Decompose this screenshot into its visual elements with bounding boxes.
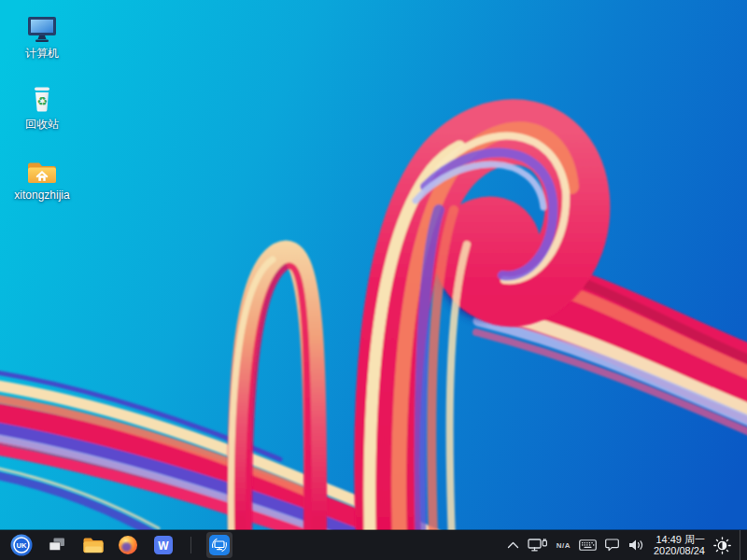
wps-button[interactable]: W — [151, 533, 176, 557]
show-desktop-strip[interactable] — [740, 530, 747, 560]
home-folder-icon — [25, 153, 59, 187]
file-manager-icon — [81, 534, 104, 556]
svg-text:W: W — [158, 539, 169, 553]
wallpaper-image — [0, 0, 747, 560]
launcher-button[interactable]: UK — [9, 533, 34, 557]
wps-writer-icon: W — [152, 534, 175, 556]
file-manager-button[interactable] — [80, 533, 105, 557]
keyboard-icon — [579, 539, 597, 551]
desktop-icon-recycle-bin[interactable]: ♻ 回收站 — [7, 82, 77, 141]
desktop-icon-grid: 计算机 ♻ 回收站 — [7, 11, 77, 212]
clock-time: 14:49 周一 — [655, 534, 705, 546]
svg-text:♻: ♻ — [36, 94, 48, 108]
taskbar-divider — [190, 537, 191, 553]
input-method-button[interactable] — [579, 539, 597, 551]
active-task-kylin-tool[interactable] — [206, 532, 233, 558]
svg-text:UK: UK — [17, 541, 27, 550]
brightness-sun-icon — [713, 537, 731, 554]
window-switcher-icon — [46, 534, 68, 556]
desktop-icon-label: xitongzhijia — [14, 189, 69, 202]
clock[interactable]: 14:49 周一 2020/08/24 — [654, 534, 705, 557]
firefox-button[interactable] — [116, 533, 140, 557]
desktop-icon-home-folder[interactable]: xitongzhijia — [7, 153, 77, 212]
tray-expand-button[interactable] — [507, 541, 519, 549]
window-switcher-button[interactable] — [45, 533, 69, 557]
taskbar-app-area: UK — [0, 532, 233, 558]
kylin-tool-icon — [209, 535, 230, 555]
message-bubble-icon — [605, 539, 620, 552]
recycle-bin-icon: ♻ — [27, 82, 57, 116]
network-tray-button[interactable] — [528, 538, 548, 553]
clock-date: 2020/08/24 — [654, 545, 705, 557]
night-mode-button[interactable] — [713, 537, 731, 554]
speaker-icon — [628, 539, 645, 552]
computer-icon — [25, 11, 59, 45]
battery-status-label: N/A — [557, 541, 571, 550]
battery-status-button[interactable]: N/A — [557, 541, 571, 550]
notification-center-button[interactable] — [605, 539, 620, 552]
taskbar: UK — [0, 530, 747, 560]
desktop-icon-label: 计算机 — [25, 48, 59, 60]
volume-button[interactable] — [628, 539, 645, 552]
firefox-icon — [117, 534, 139, 556]
ukui-launcher-icon: UK — [9, 533, 34, 557]
desktop-icon-computer[interactable]: 计算机 — [7, 11, 77, 70]
chevron-up-icon — [507, 541, 519, 549]
desktop-icon-label: 回收站 — [25, 119, 59, 131]
system-tray: N/A — [507, 530, 747, 560]
wired-network-icon — [528, 538, 548, 553]
desktop: 计算机 ♻ 回收站 — [0, 0, 747, 560]
